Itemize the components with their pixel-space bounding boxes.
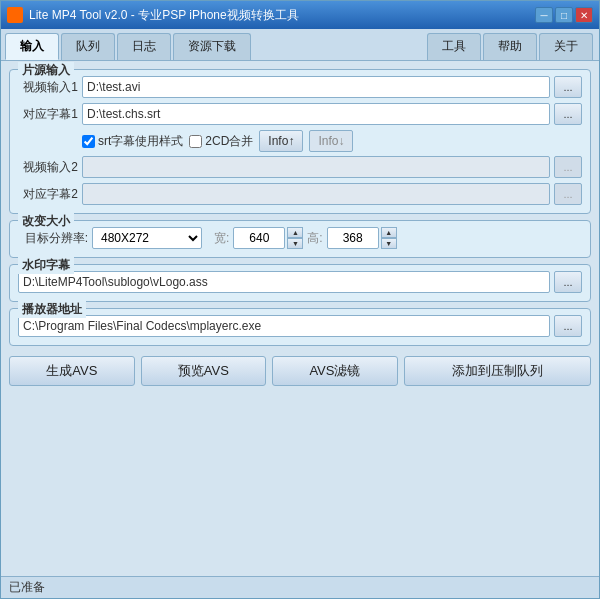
player-input[interactable] — [18, 315, 550, 337]
preview-avs-button[interactable]: 预览AVS — [141, 356, 267, 386]
watermark-group: 水印字幕 ... — [9, 264, 591, 302]
close-button[interactable]: ✕ — [575, 7, 593, 23]
player-row: ... — [18, 315, 582, 337]
info-up-button[interactable]: Info↑ — [259, 130, 303, 152]
width-spinner — [233, 227, 303, 249]
source-group: 片源输入 视频输入1 ... 对应字幕1 ... srt字幕使用样式 — [9, 69, 591, 214]
resize-group: 改变大小 目标分辨率: 480X272 320X240 640X480 1280… — [9, 220, 591, 258]
video2-input — [82, 156, 550, 178]
tab-log[interactable]: 日志 — [117, 33, 171, 60]
tab-queue[interactable]: 队列 — [61, 33, 115, 60]
source-group-label: 片源输入 — [18, 62, 74, 79]
sub-options-row: srt字幕使用样式 2CD合并 Info↑ Info↓ — [18, 130, 582, 152]
width-label: 宽: — [214, 230, 229, 247]
title-bar: Lite MP4 Tool v2.0 - 专业PSP iPhone视频转换工具 … — [1, 1, 599, 29]
generate-avs-button[interactable]: 生成AVS — [9, 356, 135, 386]
watermark-group-label: 水印字幕 — [18, 257, 74, 274]
resize-group-label: 改变大小 — [18, 213, 74, 230]
tab-bar: 输入 队列 日志 资源下载 工具 帮助 关于 — [1, 29, 599, 61]
sub2-row: 对应字幕2 ... — [18, 183, 582, 205]
main-window: Lite MP4 Tool v2.0 - 专业PSP iPhone视频转换工具 … — [0, 0, 600, 599]
window-controls: ─ □ ✕ — [535, 7, 593, 23]
video1-label: 视频输入1 — [18, 79, 78, 96]
target-res-label: 目标分辨率: — [18, 230, 88, 247]
tab-input[interactable]: 输入 — [5, 33, 59, 60]
cd2-merge-label: 2CD合并 — [205, 133, 253, 150]
resolution-select[interactable]: 480X272 320X240 640X480 1280X720 自定义 — [92, 227, 202, 249]
watermark-row: ... — [18, 271, 582, 293]
watermark-browse-button[interactable]: ... — [554, 271, 582, 293]
player-group: 播放器地址 ... — [9, 308, 591, 346]
dimension-controls: 宽: 高: — [214, 227, 397, 249]
maximize-button[interactable]: □ — [555, 7, 573, 23]
status-text: 已准备 — [9, 579, 45, 596]
resize-row: 目标分辨率: 480X272 320X240 640X480 1280X720 … — [18, 227, 582, 249]
width-input[interactable] — [233, 227, 285, 249]
action-buttons: 生成AVS 预览AVS AVS滤镜 添加到压制队列 — [9, 352, 591, 390]
add-queue-button[interactable]: 添加到压制队列 — [404, 356, 591, 386]
player-browse-button[interactable]: ... — [554, 315, 582, 337]
height-down-button[interactable] — [381, 238, 397, 249]
cd2-merge-checkbox-wrap[interactable]: 2CD合并 — [189, 133, 253, 150]
cd2-merge-checkbox[interactable] — [189, 135, 202, 148]
minimize-button[interactable]: ─ — [535, 7, 553, 23]
sub1-input[interactable] — [82, 103, 550, 125]
height-spinner — [327, 227, 397, 249]
sub1-row: 对应字幕1 ... — [18, 103, 582, 125]
tab-download[interactable]: 资源下载 — [173, 33, 251, 60]
sub1-label: 对应字幕1 — [18, 106, 78, 123]
sub2-browse-button: ... — [554, 183, 582, 205]
window-title: Lite MP4 Tool v2.0 - 专业PSP iPhone视频转换工具 — [29, 7, 535, 24]
main-content: 片源输入 视频输入1 ... 对应字幕1 ... srt字幕使用样式 — [1, 61, 599, 576]
player-group-label: 播放器地址 — [18, 301, 86, 318]
srt-style-checkbox-wrap[interactable]: srt字幕使用样式 — [82, 133, 183, 150]
srt-style-checkbox[interactable] — [82, 135, 95, 148]
width-up-button[interactable] — [287, 227, 303, 238]
height-arrows — [381, 227, 397, 249]
video2-row: 视频输入2 ... — [18, 156, 582, 178]
video1-input[interactable] — [82, 76, 550, 98]
video2-label: 视频输入2 — [18, 159, 78, 176]
watermark-input[interactable] — [18, 271, 550, 293]
app-icon — [7, 7, 23, 23]
srt-style-label: srt字幕使用样式 — [98, 133, 183, 150]
width-arrows — [287, 227, 303, 249]
avs-filter-button[interactable]: AVS滤镜 — [272, 356, 398, 386]
sub2-label: 对应字幕2 — [18, 186, 78, 203]
video2-browse-button: ... — [554, 156, 582, 178]
sub2-input — [82, 183, 550, 205]
sub1-browse-button[interactable]: ... — [554, 103, 582, 125]
height-up-button[interactable] — [381, 227, 397, 238]
video1-browse-button[interactable]: ... — [554, 76, 582, 98]
video1-row: 视频输入1 ... — [18, 76, 582, 98]
tab-tools[interactable]: 工具 — [427, 33, 481, 60]
width-down-button[interactable] — [287, 238, 303, 249]
status-bar: 已准备 — [1, 576, 599, 598]
info-down-button[interactable]: Info↓ — [309, 130, 353, 152]
tab-about[interactable]: 关于 — [539, 33, 593, 60]
tab-help[interactable]: 帮助 — [483, 33, 537, 60]
height-label: 高: — [307, 230, 322, 247]
height-input[interactable] — [327, 227, 379, 249]
